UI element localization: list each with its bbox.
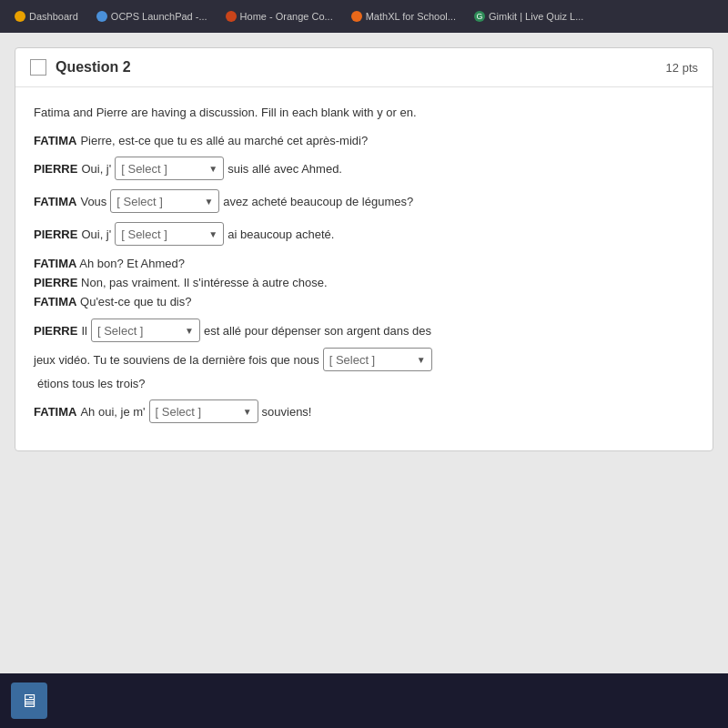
dialogue-line-3: FATIMA Vous [ Select ] ▼ avez acheté bea… (34, 189, 694, 213)
home-icon (226, 11, 237, 22)
static-line-1: FATIMA Ah bon? Et Ahmed? (34, 255, 694, 274)
fatima-last-prefix: Ah oui, je m' (80, 405, 145, 419)
select-dropdown-5[interactable]: [ Select ] ▼ (323, 348, 432, 371)
fatima-last-suffix: souviens! (262, 405, 312, 419)
tab-mathxl[interactable]: MathXL for School... (344, 7, 463, 25)
ocps-icon (96, 11, 107, 22)
select-3-text: [ Select ] (121, 228, 205, 241)
tab-dashboard-label: Dashboard (29, 11, 78, 22)
static-lines-block: FATIMA Ah bon? Et Ahmed? PIERRE Non, pas… (34, 255, 694, 311)
fatima-static-1: Ah bon? Et Ahmed? (79, 257, 185, 270)
question-checkbox[interactable] (30, 59, 46, 76)
fatima-line3-prefix: Vous (80, 195, 106, 208)
select-4-text: [ Select ] (97, 324, 181, 338)
taskbar-windows-icon[interactable]: 🖥 (11, 682, 47, 719)
mathxl-icon (351, 11, 362, 22)
tab-dashboard[interactable]: Dashboard (7, 7, 86, 25)
browser-tab-bar: Dashboard OCPS LaunchPad -... Home - Ora… (0, 0, 728, 33)
windows-icon-glyph: 🖥 (20, 691, 38, 712)
fatima-line3-suffix: avez acheté beaucoup de légumes? (223, 195, 413, 208)
chevron-down-icon-6: ▼ (243, 407, 252, 417)
speaker-fatima-3: FATIMA (34, 257, 76, 270)
pierre-line2-prefix: Oui, j' (81, 162, 111, 176)
chevron-down-icon-3: ▼ (208, 229, 217, 239)
chevron-down-icon-4: ▼ (185, 326, 194, 336)
tab-home[interactable]: Home - Orange Co... (218, 7, 340, 25)
etions-text: étions tous les trois? (37, 377, 146, 390)
last-dialogue-line: FATIMA Ah oui, je m' [ Select ] ▼ souvie… (34, 399, 694, 423)
question-points: 12 pts (666, 61, 698, 75)
gimkit-icon: G (474, 11, 485, 22)
select-1-text: [ Select ] (121, 162, 205, 176)
select-6-text: [ Select ] (156, 405, 239, 419)
static-line-3: FATIMA Qu'est-ce que tu dis? (34, 293, 694, 312)
fatima-static-3: Qu'est-ce que tu dis? (80, 295, 191, 308)
pierre-static-2: Non, pas vraiment. Il s'intéresse à autr… (81, 276, 328, 289)
question-card: Question 2 12 pts Fatima and Pierre are … (15, 47, 713, 451)
pierre-long-suffix: est allé pour dépenser son argent dans d… (204, 324, 431, 338)
chevron-down-icon-2: ▼ (204, 197, 213, 207)
continuation-line-2: étions tous les trois? (34, 377, 694, 390)
select-dropdown-2[interactable]: [ Select ] ▼ (110, 189, 219, 213)
continuation-text-before: jeux vidéo. Tu te souviens de la dernièr… (34, 353, 319, 367)
dialogue-line-1: FATIMA Pierre, est-ce que tu es allé au … (34, 134, 694, 147)
speaker-fatima-5: FATIMA (34, 405, 76, 419)
pierre-line2-suffix: suis allé avec Ahmed. (228, 162, 342, 176)
speaker-pierre-2: PIERRE (34, 228, 77, 241)
question-body: Fatima and Pierre are having a discussio… (15, 87, 713, 450)
chevron-down-icon-5: ▼ (417, 355, 426, 365)
tab-home-label: Home - Orange Co... (240, 11, 333, 22)
taskbar: 🖥 (0, 673, 728, 728)
tab-ocps[interactable]: OCPS LaunchPad -... (89, 7, 215, 25)
chevron-down-icon-1: ▼ (208, 164, 217, 174)
dialogue-line-2: PIERRE Oui, j' [ Select ] ▼ suis allé av… (34, 157, 694, 180)
continuation-line-1: jeux vidéo. Tu te souviens de la dernièr… (34, 348, 694, 371)
tab-gimkit-label: Gimkit | Live Quiz L... (489, 11, 583, 22)
question-title-area: Question 2 (30, 59, 131, 76)
select-dropdown-3[interactable]: [ Select ] ▼ (115, 222, 224, 246)
speaker-fatima-1: FATIMA (34, 134, 76, 147)
speaker-fatima-4: FATIMA (34, 295, 76, 308)
fatima-line1-text: Pierre, est-ce que tu es allé au marché … (80, 134, 368, 147)
pierre-line4-prefix: Oui, j' (81, 228, 111, 241)
tab-mathxl-label: MathXL for School... (366, 11, 456, 22)
speaker-pierre-1: PIERRE (34, 162, 77, 176)
question-number: Question 2 (56, 59, 131, 76)
pierre-long-prefix: Il (81, 324, 87, 338)
select-dropdown-6[interactable]: [ Select ] ▼ (149, 399, 258, 423)
pierre-line4-suffix: ai beaucoup acheté. (228, 228, 334, 241)
speaker-fatima-2: FATIMA (34, 195, 76, 208)
speaker-pierre-4: PIERRE (34, 324, 77, 338)
tab-ocps-label: OCPS LaunchPad -... (111, 11, 207, 22)
long-dialogue-line: PIERRE Il [ Select ] ▼ est allé pour dép… (34, 318, 694, 342)
dialogue-line-4: PIERRE Oui, j' [ Select ] ▼ ai beaucoup … (34, 222, 694, 246)
static-line-2: PIERRE Non, pas vraiment. Il s'intéresse… (34, 274, 694, 293)
select-5-text: [ Select ] (329, 353, 413, 367)
instruction-text: Fatima and Pierre are having a discussio… (34, 106, 694, 119)
speaker-pierre-3: PIERRE (34, 276, 77, 289)
tab-gimkit[interactable]: G Gimkit | Live Quiz L... (467, 7, 591, 25)
question-header: Question 2 12 pts (15, 48, 713, 87)
main-content: Question 2 12 pts Fatima and Pierre are … (0, 33, 728, 673)
select-dropdown-4[interactable]: [ Select ] ▼ (91, 318, 200, 342)
select-dropdown-1[interactable]: [ Select ] ▼ (115, 157, 224, 180)
select-2-text: [ Select ] (116, 195, 200, 208)
dashboard-icon (15, 11, 25, 22)
